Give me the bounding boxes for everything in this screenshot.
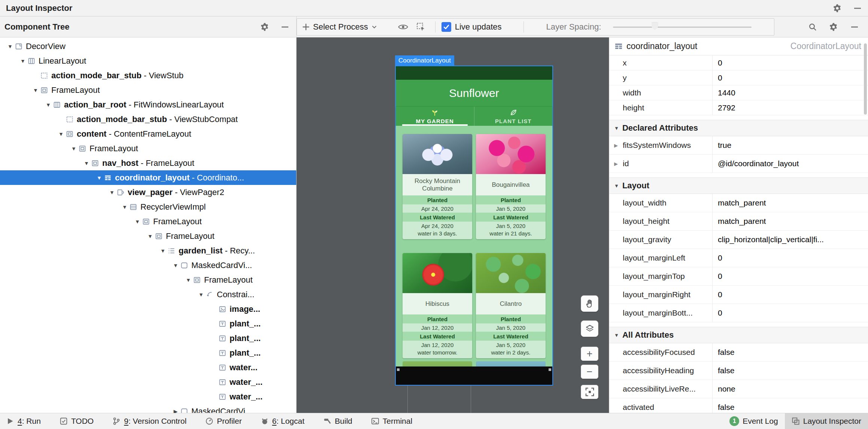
- collapse-arrow-icon[interactable]: ▼: [18, 58, 28, 64]
- tree-item-plant_[interactable]: plant_...: [0, 316, 296, 331]
- tree-item-image[interactable]: image...: [0, 302, 296, 316]
- zoom-fit-button[interactable]: [581, 385, 598, 399]
- tab-my-garden[interactable]: MY GARDEN: [396, 107, 474, 126]
- statusbar-item-build[interactable]: Build: [323, 417, 352, 426]
- attribute-row-fitssystemwindows[interactable]: ▶fitsSystemWindowstrue: [609, 136, 868, 155]
- tree-item-water[interactable]: water...: [0, 360, 296, 375]
- attributes-section-all-attributes[interactable]: ▼All Attributes: [609, 327, 868, 343]
- statusbar-item-9-version-control[interactable]: 9: Version Control: [112, 417, 186, 426]
- toolbar-gear-icon[interactable]: [829, 22, 838, 31]
- attribute-row-layout_marginright[interactable]: layout_marginRight0: [609, 286, 868, 304]
- layer-spacing-slider[interactable]: [613, 19, 752, 34]
- tree-item-water_[interactable]: water_...: [0, 375, 296, 389]
- tree-item-nav_host[interactable]: ▼nav_host - FrameLayout: [0, 156, 296, 170]
- tree-item-decorview[interactable]: ▼DecorView: [0, 39, 296, 54]
- tree-item-linearlayout[interactable]: ▼LinearLayout: [0, 54, 296, 68]
- expand-arrow-icon[interactable]: ▶: [609, 136, 623, 154]
- attribute-row-y[interactable]: y0: [609, 70, 868, 85]
- scrollbar-thumb[interactable]: [864, 43, 867, 115]
- collapse-arrow-icon[interactable]: ▼: [171, 262, 180, 268]
- pick-component-icon[interactable]: [416, 22, 425, 31]
- collapse-arrow-icon[interactable]: ▼: [43, 102, 53, 108]
- tree-item-water_[interactable]: water_...: [0, 389, 296, 404]
- tree-item-plant_[interactable]: plant_...: [0, 331, 296, 346]
- tree-item-framelayout[interactable]: ▼FrameLayout: [0, 273, 296, 287]
- tree-item-constrai[interactable]: ▼Constrai...: [0, 287, 296, 302]
- collapse-arrow-icon[interactable]: ▼: [56, 131, 66, 137]
- tree-item-action_mode_bar_stub[interactable]: action_mode_bar_stub - ViewStub: [0, 68, 296, 83]
- select-process-dropdown[interactable]: Select Process: [302, 22, 377, 32]
- attribute-row-id[interactable]: ▶id@id/coordinator_layout: [609, 155, 868, 173]
- attribute-row-width[interactable]: width1440: [609, 85, 868, 100]
- collapse-arrow-icon[interactable]: ▼: [94, 175, 104, 181]
- tree-item-coordinator_layout[interactable]: ▼coordinator_layout - Coordinato...: [0, 170, 296, 185]
- attribute-row-layout_width[interactable]: layout_widthmatch_parent: [609, 194, 868, 212]
- attribute-row-accessibilityfocused[interactable]: accessibilityFocusedfalse: [609, 343, 868, 362]
- statusbar-item-event-log[interactable]: 1Event Log: [723, 413, 785, 429]
- collapse-arrow-icon[interactable]: ▼: [31, 87, 40, 93]
- tab-plant-list[interactable]: PLANT LIST: [474, 107, 553, 126]
- collapse-arrow-icon[interactable]: ▼: [145, 233, 155, 239]
- attribute-row-x[interactable]: x0: [609, 55, 868, 70]
- attribute-row-layout_margintop[interactable]: layout_marginTop0: [609, 267, 868, 286]
- tree-item-action_bar_root[interactable]: ▼action_bar_root - FitWindowsLinearLayou…: [0, 97, 296, 112]
- attribute-row-layout_gravity[interactable]: layout_gravityclip_horizontal|clip_verti…: [609, 231, 868, 249]
- expand-arrow-icon[interactable]: ▶: [171, 408, 180, 413]
- collapse-arrow-icon[interactable]: ▼: [82, 160, 91, 166]
- tree-item-framelayout[interactable]: ▼FrameLayout: [0, 229, 296, 243]
- attribute-row-accessibilitylivere[interactable]: accessibilityLiveRe...none: [609, 380, 868, 398]
- attribute-row-layout_marginbott[interactable]: layout_marginBott...0: [609, 304, 868, 322]
- device-screen[interactable]: Sunflower MY GARDENPLANT LIST Rocky Moun…: [395, 66, 553, 386]
- window-settings-gear-icon[interactable]: [833, 4, 842, 13]
- tree-item-framelayout[interactable]: ▼FrameLayout: [0, 83, 296, 97]
- attribute-row-accessibilityheading[interactable]: accessibilityHeadingfalse: [609, 362, 868, 380]
- zoom-in-button[interactable]: +: [581, 347, 598, 361]
- attributes-section-layout[interactable]: ▼Layout: [609, 177, 868, 194]
- statusbar-item-profiler[interactable]: Profiler: [205, 417, 242, 426]
- tree-item-recyclerviewimpl[interactable]: ▼RecyclerViewImpl: [0, 200, 296, 214]
- statusbar-item-layout-inspector[interactable]: Layout Inspector: [785, 413, 868, 429]
- collapse-arrow-icon[interactable]: ▼: [120, 204, 130, 210]
- tree-item-content[interactable]: ▼content - ContentFrameLayout: [0, 127, 296, 141]
- plant-card-hibiscus[interactable]: HibiscusPlantedJan 12, 2020Last WateredJ…: [403, 253, 472, 358]
- search-icon[interactable]: [808, 22, 817, 31]
- tree-item-plant_[interactable]: plant_...: [0, 346, 296, 360]
- live-updates-checkbox[interactable]: [441, 22, 451, 32]
- tree-item-garden_list[interactable]: ▼garden_list - Recy...: [0, 243, 296, 258]
- layout-canvas[interactable]: CoordinatorLayout Sunflower MY GARDENPLA…: [297, 37, 609, 413]
- view-options-eye-icon[interactable]: [398, 23, 408, 31]
- expand-arrow-icon[interactable]: ▶: [609, 155, 623, 173]
- layer-spacing-slider-handle[interactable]: [652, 22, 658, 30]
- tree-item-view_pager[interactable]: ▼view_pager - ViewPager2: [0, 185, 296, 200]
- attribute-row-layout_marginleft[interactable]: layout_marginLeft0: [609, 249, 868, 267]
- tree-item-action_mode_bar_stub[interactable]: action_mode_bar_stub - ViewStubCompat: [0, 112, 296, 127]
- toolbar-hide-icon[interactable]: [850, 22, 859, 31]
- attribute-row-activated[interactable]: activatedfalse: [609, 398, 868, 413]
- tree-item-maskedcardvi[interactable]: ▶MaskedCardVi...: [0, 404, 296, 413]
- statusbar-item-4-run[interactable]: 4: Run: [6, 417, 41, 426]
- collapse-arrow-icon[interactable]: ▼: [133, 219, 142, 225]
- attributes-section-declared-attributes[interactable]: ▼Declared Attributes: [609, 120, 868, 136]
- statusbar-item-6-logcat[interactable]: 6: Logcat: [261, 417, 304, 426]
- tree-item-framelayout[interactable]: ▼FrameLayout: [0, 141, 296, 156]
- tree-item-framelayout[interactable]: ▼FrameLayout: [0, 214, 296, 229]
- component-tree-hide-icon[interactable]: [280, 22, 289, 31]
- collapse-arrow-icon[interactable]: ▼: [196, 292, 206, 298]
- window-hide-icon[interactable]: [853, 4, 862, 13]
- plant-card-bougainvillea[interactable]: BougainvilleaPlantedJan 5, 2020Last Wate…: [476, 134, 546, 239]
- collapse-arrow-icon[interactable]: ▼: [69, 146, 79, 152]
- plant-card-rocky-mountain-columbine[interactable]: Rocky Mountain ColumbinePlantedApr 24, 2…: [403, 134, 472, 239]
- attribute-row-height[interactable]: height2792: [609, 100, 868, 115]
- component-tree-gear-icon[interactable]: [260, 22, 269, 31]
- collapse-arrow-icon[interactable]: ▼: [158, 248, 168, 254]
- tree-item-maskedcardvi[interactable]: ▼MaskedCardVi...: [0, 258, 296, 273]
- collapse-arrow-icon[interactable]: ▼: [5, 43, 15, 49]
- pan-hand-button[interactable]: [581, 295, 598, 312]
- plant-card-cilantro[interactable]: CilantroPlantedJan 5, 2020Last WateredJa…: [476, 253, 546, 358]
- collapse-arrow-icon[interactable]: ▼: [183, 277, 193, 283]
- zoom-out-button[interactable]: −: [581, 365, 598, 379]
- collapse-arrow-icon[interactable]: ▼: [107, 189, 117, 195]
- layers-button[interactable]: [581, 320, 598, 337]
- statusbar-item-todo[interactable]: TODO: [60, 417, 94, 426]
- attribute-row-layout_height[interactable]: layout_heightmatch_parent: [609, 212, 868, 231]
